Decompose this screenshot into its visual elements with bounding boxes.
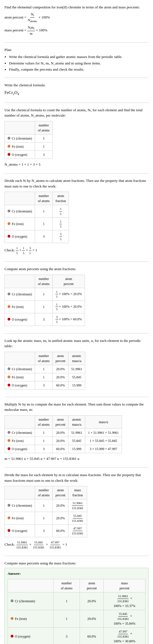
table-row: Fe (iron) 1 [5,142,53,150]
fe-atoms: 1 [35,300,53,313]
cr-element: Cr (chromium) [5,365,35,373]
table-row: Cr (chromium) 1 [5,134,53,142]
mass-fraction-label: Divide the mass for each element by m to… [4,472,149,483]
col-massval-header: mass/u [85,415,122,428]
col-atoms-header: numberof atoms [35,352,53,365]
fe-dot [8,516,10,519]
fe-atoms: 1 [35,373,53,381]
fe-element: Fe (iron) [8,610,54,628]
atomic-mass-label: Look up the atomic mass, mᵢ, in unified … [4,338,149,349]
col-element-header [5,192,35,205]
table-row: O (oxygen) 3 60.0% 47.997155.8381 ×100% … [8,628,145,644]
o-atoms: 3 [35,313,53,326]
col-atoms-header: numberof atoms [54,579,80,592]
fe-element: Fe (iron) [5,300,35,313]
col-atoms-header: numberof atoms [35,486,53,499]
atomic-mass-section: Look up the atomic mass, mᵢ, in unified … [4,338,149,397]
o-atom-pct: 60.0% [53,381,68,389]
fe-element: Fe (iron) [5,373,35,381]
answer-box: Answer: numberof atoms atompercent massp… [4,568,149,644]
o-atoms: 3 [35,525,53,537]
col-atoms-header: numberof atoms [35,192,53,205]
o-mass-expr: 3 × 15.999 = 47.997 [85,445,122,453]
table-row: O (oxygen) 3 60.0% 15.999 [5,381,85,389]
answer-section: Compute mass percents using the mass fra… [4,560,149,644]
table-row: Cr (chromium) 1 20.0% 51.9961 [5,365,85,373]
cr-mass-frac: 51.9961155.8381 [68,499,87,512]
o-atoms: 3 [35,445,53,453]
table-row: Fe (iron) 1 20.0% 55.845 1 × 55.845 = 55… [5,437,122,445]
atom-percent-formula: atom percent = NiNatoms × 100% [4,12,149,24]
o-element: O (oxygen) [5,525,35,537]
o-mass: 15.999 [68,381,85,389]
o-dot [8,447,10,450]
o-mass-frac: 47.997155.8381 [68,525,87,537]
col-mass-frac-header: massfraction [68,486,87,499]
atom-fraction-section: Divide each Nᵢ by N_atoms to calculate a… [4,178,149,262]
molecular-mass-section: Multiply Nᵢ by mᵢ to compute the mass fo… [4,402,149,468]
cr-atom-pct: 15 × 100% = 20.0% [53,288,85,300]
atom-fraction-label: Divide each Nᵢ by N_atoms to calculate a… [4,178,149,189]
fe-dot [8,222,10,225]
o-atoms: 3 [35,150,53,159]
fe-element: Fe (iron) [5,437,35,445]
o-atoms: 3 [35,381,53,389]
plan-label: Plan: [4,47,149,53]
fraction-check: Check: 15 + 15 + 35 = 1 [4,246,149,255]
fe-atoms: 1 [54,610,80,628]
answer-table: numberof atoms atompercent masspercent C… [8,579,145,644]
cr-mass: 51.9961 [68,428,85,437]
o-element: O (oxygen) [5,445,35,453]
cr-atom-pct: 20.0% [53,365,68,373]
cr-atom-pct: 20.0% [80,592,104,610]
cr-dot [8,137,10,140]
chemical-formula: FeCr2O4 [4,89,149,96]
atom-percent-label: Compute atom percents using the atom fra… [4,266,149,272]
cr-atoms: 1 [35,365,53,373]
mass-fraction-table: numberof atoms atompercent massfraction … [4,486,87,537]
formula-label: Write the chemical formula: [4,82,149,88]
cr-dot [8,210,10,212]
molecular-mass-table: numberof atoms atompercent atomicmass/u … [4,415,122,453]
o-dot [8,153,10,156]
cr-atoms: 1 [35,288,53,300]
table-row: Fe (iron) 1 20.0% 55.845 [5,373,85,381]
o-element: O (oxygen) [5,230,35,243]
col-atom-pct-header: atompercent [53,352,68,365]
table-row: Fe (iron) 1 20.0% 55.845155.8381 [5,512,87,525]
cr-atoms: 1 [35,205,53,218]
atom-count-table: numberof atoms Cr (chromium) 1 Fe (iron)… [4,121,53,159]
col-element-header [5,486,35,499]
answer-label: Answer: [8,571,145,576]
cr-mass-expr: 1 × 51.9961 = 51.9961 [85,428,122,437]
col-atom-pct-header: atompercent [53,486,68,499]
col-mass-header: atomicmass/u [68,415,85,428]
fe-atoms: 1 [35,512,53,525]
fe-mass-pct: 55.845155.8381 ×100% = 35.84% [104,610,145,628]
o-atoms: 3 [35,230,53,243]
table-row: O (oxygen) 3 60.0% 47.997155.8381 [5,525,87,537]
o-atoms: 3 [54,628,80,644]
atom-percent-section: Compute atom percents using the atom fra… [4,266,149,333]
o-dot [8,384,10,386]
cr-dot [8,431,10,434]
molecular-mass-label: Multiply Nᵢ by mᵢ to compute the mass fo… [4,402,149,413]
o-dot [8,318,10,321]
col-mass-pct-header: masspercent [104,579,145,592]
mass-fraction-check: Check: 51.9961155.8381 + 55.845155.8381 … [4,540,149,550]
fe-atoms: 1 [35,437,53,445]
fe-element: Fe (iron) [5,142,35,150]
cr-dot [8,293,10,295]
molecular-mass-total: m = 51.9961 u + 55.845 u + 47.997 u = 15… [4,456,149,462]
table-row: O (oxygen) 3 35 × 100% = 60.0% [5,313,85,326]
col-atom-pct-header: atompercent [53,275,85,288]
table-row: Fe (iron) 1 20.0% 55.845155.8381 ×100% =… [8,610,145,628]
o-atom-pct: 60.0% [80,628,104,644]
cr-atom-pct: 20.0% [53,499,68,512]
col-element-header [5,352,35,365]
table-row: Cr (chromium) 1 20.0% 51.9961155.8381 [5,499,87,512]
o-dot [11,635,13,638]
o-mass-pct: 47.997155.8381 ×100% = 30.80% [104,628,145,644]
col-element-header [8,579,54,592]
cr-element: Cr (chromium) [5,288,35,300]
